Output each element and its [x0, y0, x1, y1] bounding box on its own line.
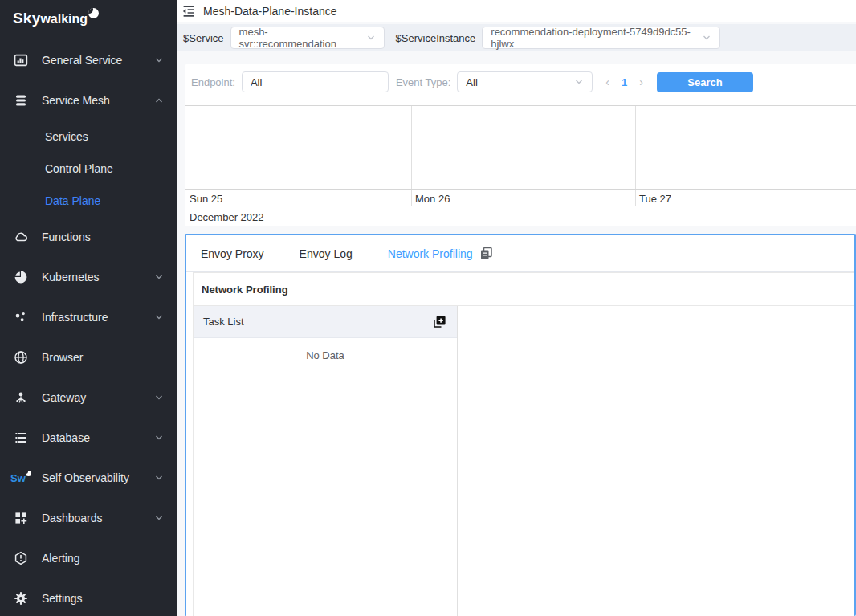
- chevron-down-icon: [154, 513, 164, 523]
- endpoint-label: Endpoint:: [191, 76, 235, 88]
- event-filter-row: Endpoint: Event Type: All ‹ 1 › Search: [185, 71, 856, 93]
- timeline-axis-line: [185, 189, 856, 190]
- tab-envoy-proxy[interactable]: Envoy Proxy: [201, 247, 264, 260]
- grid-plus-icon: [13, 511, 29, 525]
- chevron-down-icon: [702, 33, 711, 43]
- chevron-down-icon: [154, 312, 164, 322]
- server-list-icon: [13, 430, 29, 445]
- chevron-down-icon: [154, 433, 164, 443]
- service-select[interactable]: mesh-svr::recommendation: [230, 27, 385, 49]
- chevron-down-icon: [574, 77, 584, 87]
- outdent-list-icon[interactable]: [181, 4, 196, 18]
- next-page-icon[interactable]: ›: [639, 75, 643, 88]
- task-list-column: Task List No Data: [194, 306, 458, 616]
- cloud-icon: [13, 230, 29, 244]
- search-button[interactable]: Search: [657, 72, 753, 92]
- sidebar-item-self-observability[interactable]: Sw Self Observability: [0, 458, 177, 498]
- dots-icon: [13, 310, 29, 324]
- sidebar-item-browser[interactable]: Browser: [0, 337, 177, 377]
- prev-page-icon[interactable]: ‹: [605, 75, 609, 88]
- layers-icon: [13, 93, 29, 108]
- events-card: Endpoint: Event Type: All ‹ 1 › Search S…: [185, 64, 856, 226]
- sidebar-item-database[interactable]: Database: [0, 418, 177, 458]
- tab-network-profiling[interactable]: Network Profiling: [388, 247, 493, 260]
- network-icon: [13, 390, 29, 405]
- timeline-gridline: [411, 106, 412, 206]
- pagination: ‹ 1 ›: [605, 75, 643, 88]
- sidebar-item-kubernetes[interactable]: Kubernetes: [0, 257, 177, 297]
- task-detail-area: [458, 306, 854, 616]
- instance-var-label: $ServiceInstance: [396, 32, 476, 44]
- timeline-day-label: Tue 27: [639, 193, 671, 205]
- sidebar-item-infrastructure[interactable]: Infrastructure: [0, 297, 177, 337]
- logo-text: Sky: [13, 10, 40, 27]
- timeline-day-label: Sun 25: [190, 193, 222, 205]
- current-page[interactable]: 1: [622, 76, 627, 88]
- add-task-icon: [432, 314, 447, 329]
- event-type-select[interactable]: All: [457, 71, 593, 92]
- empty-state-text: No Data: [194, 349, 457, 361]
- add-task-button[interactable]: [431, 314, 447, 330]
- task-list-header: Task List: [194, 306, 457, 338]
- hexagon-alert-icon: [13, 551, 29, 565]
- chevron-down-icon: [154, 272, 164, 282]
- sidebar-item-service-mesh[interactable]: Service Mesh: [0, 80, 177, 120]
- chevron-down-icon: [154, 55, 164, 65]
- section-title: Network Profiling: [194, 273, 854, 306]
- instance-detail-panel: Envoy Proxy Envoy Log Network Profiling …: [185, 234, 856, 616]
- page-title: Mesh-Data-Plane-Instance: [203, 5, 337, 18]
- endpoint-input[interactable]: [242, 71, 389, 92]
- chevron-up-icon: [154, 96, 164, 105]
- timeline-day-label: Mon 26: [415, 193, 450, 205]
- service-var-label: $Service: [183, 32, 224, 44]
- sidebar-menu: General Service Service Mesh Services Co…: [0, 37, 177, 616]
- events-timeline[interactable]: Sun 25 Mon 26 Tue 27 December 2022: [185, 105, 856, 226]
- task-list-title: Task List: [203, 316, 244, 328]
- pie-circle-icon: [13, 270, 29, 284]
- timeline-month-label: December 2022: [190, 211, 264, 223]
- crescent-moon-icon: [88, 8, 99, 18]
- sw-logo-icon: Sw: [13, 471, 29, 485]
- skywalking-logo[interactable]: Skywalking: [0, 0, 177, 37]
- network-profiling-section: Network Profiling Task List No Data: [193, 272, 854, 616]
- tabs-bar: Envoy Proxy Envoy Log Network Profiling: [186, 235, 854, 272]
- copy-icon[interactable]: [479, 247, 493, 260]
- sidebar: Skywalking General Service Service Mesh …: [0, 0, 177, 616]
- chevron-down-icon: [366, 33, 376, 43]
- sidebar-item-settings[interactable]: Settings: [0, 578, 177, 616]
- gear-icon: [13, 591, 29, 606]
- sidebar-subitem-services[interactable]: Services: [0, 120, 177, 153]
- sidebar-subitem-control-plane[interactable]: Control Plane: [0, 153, 177, 185]
- timeline-gridline: [635, 106, 636, 206]
- dashboard-variables-bar: $Service mesh-svr::recommendation $Servi…: [177, 24, 856, 51]
- sidebar-item-alerting[interactable]: Alerting: [0, 538, 177, 578]
- chevron-down-icon: [154, 393, 164, 402]
- main-content: Mesh-Data-Plane-Instance $Service mesh-s…: [177, 0, 856, 616]
- event-type-label: Event Type:: [396, 76, 450, 88]
- service-instance-select[interactable]: recommendation-deployment-5749d9dc55-hjl…: [482, 27, 720, 49]
- tab-envoy-log[interactable]: Envoy Log: [300, 247, 353, 260]
- page-header: Mesh-Data-Plane-Instance: [177, 0, 856, 22]
- profiling-body: Task List No Data: [194, 306, 854, 616]
- sidebar-item-dashboards[interactable]: Dashboards: [0, 498, 177, 538]
- globe-icon: [13, 350, 29, 365]
- chart-icon: [13, 53, 29, 67]
- chevron-down-icon: [154, 473, 164, 483]
- sidebar-item-functions[interactable]: Functions: [0, 217, 177, 257]
- sidebar-subitem-data-plane[interactable]: Data Plane: [0, 185, 177, 217]
- sidebar-item-general-service[interactable]: General Service: [0, 40, 177, 80]
- sidebar-item-gateway[interactable]: Gateway: [0, 377, 177, 418]
